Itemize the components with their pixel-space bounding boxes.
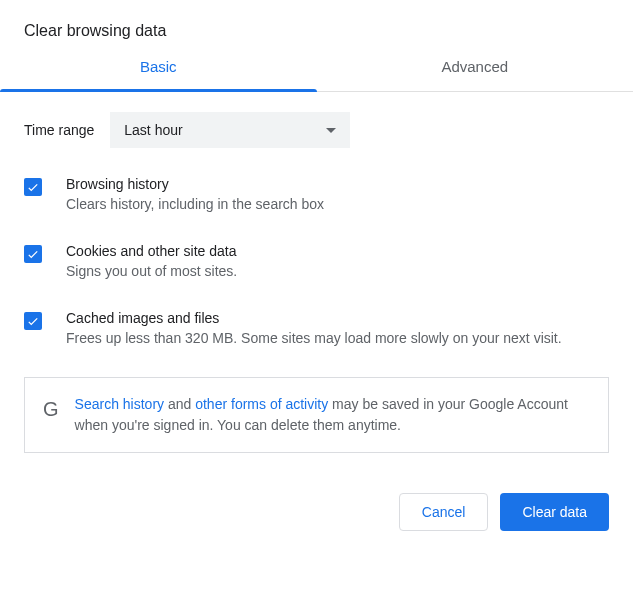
search-history-link[interactable]: Search history [75,396,164,412]
check-icon [26,314,40,328]
checkbox-browsing-history[interactable] [24,178,42,196]
dialog-footer: Cancel Clear data [0,453,633,531]
dialog-title: Clear browsing data [0,0,633,58]
option-cookies: Cookies and other site data Signs you ou… [24,243,609,282]
option-browsing-history: Browsing history Clears history, includi… [24,176,609,215]
time-range-row: Time range Last hour [24,112,609,148]
option-desc: Clears history, including in the search … [66,194,609,215]
option-cache: Cached images and files Frees up less th… [24,310,609,349]
tab-advanced[interactable]: Advanced [317,58,634,91]
info-sep: and [164,396,195,412]
cancel-button[interactable]: Cancel [399,493,489,531]
option-text: Cookies and other site data Signs you ou… [66,243,609,282]
chevron-down-icon [326,128,336,133]
option-title: Cookies and other site data [66,243,609,259]
option-title: Browsing history [66,176,609,192]
option-desc: Signs you out of most sites. [66,261,609,282]
option-text: Browsing history Clears history, includi… [66,176,609,215]
time-range-value: Last hour [124,122,182,138]
checkbox-cookies[interactable] [24,245,42,263]
clear-browsing-data-dialog: Clear browsing data Basic Advanced Time … [0,0,633,531]
dialog-content: Time range Last hour Browsing history Cl… [0,92,633,453]
info-text: Search history and other forms of activi… [75,394,590,436]
google-account-info: G Search history and other forms of acti… [24,377,609,453]
tabs-bar: Basic Advanced [0,58,633,92]
tab-basic[interactable]: Basic [0,58,317,91]
google-g-icon: G [43,398,59,421]
check-icon [26,180,40,194]
option-title: Cached images and files [66,310,609,326]
option-text: Cached images and files Frees up less th… [66,310,609,349]
check-icon [26,247,40,261]
option-desc: Frees up less than 320 MB. Some sites ma… [66,328,609,349]
clear-data-button[interactable]: Clear data [500,493,609,531]
other-activity-link[interactable]: other forms of activity [195,396,328,412]
time-range-select[interactable]: Last hour [110,112,350,148]
time-range-label: Time range [24,122,94,138]
checkbox-cache[interactable] [24,312,42,330]
